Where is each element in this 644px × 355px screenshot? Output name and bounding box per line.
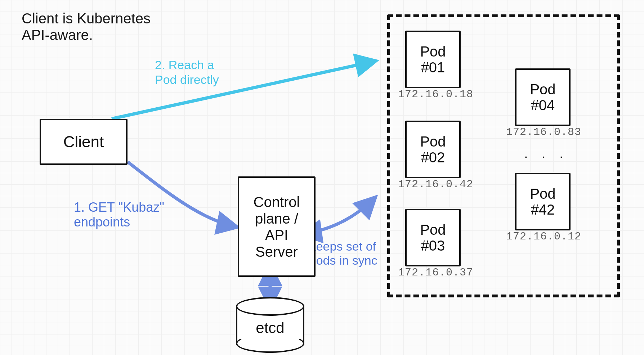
- label-reach-pod: 2. Reach a Pod directly: [155, 58, 219, 87]
- pod-box: Pod #03: [405, 209, 461, 266]
- pod-box: Pod #01: [405, 31, 461, 88]
- pod-ip: 172.16.0.12: [506, 230, 581, 243]
- pod-box: Pod #04: [515, 68, 571, 126]
- pod-label: Pod #04: [519, 81, 566, 113]
- client-label: Client: [63, 133, 104, 151]
- pod-box: Pod #02: [405, 121, 461, 178]
- client-box: Client: [40, 119, 128, 165]
- pod-box: Pod #42: [515, 173, 571, 230]
- etcd-label: etcd: [236, 319, 304, 337]
- etcd-cylinder: etcd: [236, 297, 304, 353]
- label-get-endpoints: 1. GET "Kubaz" endpoints: [74, 200, 164, 230]
- pod-label: Pod #02: [410, 134, 456, 165]
- heading: Client is Kubernetes API-aware.: [22, 10, 151, 43]
- pod-ip: 172.16.0.18: [398, 88, 473, 100]
- label-sync: Keeps set of Pods in sync: [308, 239, 377, 268]
- pod-ip: 172.16.0.42: [398, 178, 473, 190]
- pod-label: Pod #03: [410, 222, 456, 253]
- api-server-label: Control plane / API Server: [244, 194, 309, 260]
- pod-ip: 172.16.0.37: [398, 266, 473, 279]
- pod-label: Pod #01: [410, 44, 456, 75]
- pod-label: Pod #42: [519, 186, 566, 217]
- api-server-box: Control plane / API Server: [238, 176, 316, 277]
- pod-ip: 172.16.0.83: [506, 126, 581, 138]
- ellipsis: . . .: [524, 146, 568, 161]
